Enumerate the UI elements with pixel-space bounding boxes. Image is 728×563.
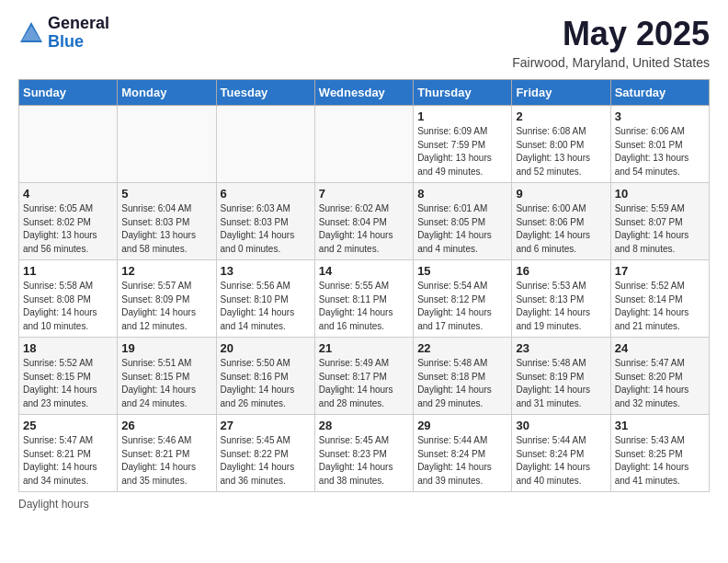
table-row: 6Sunrise: 6:03 AM Sunset: 8:03 PM Daylig… [216, 183, 314, 260]
table-row: 7Sunrise: 6:02 AM Sunset: 8:04 PM Daylig… [314, 183, 413, 260]
table-row [216, 106, 314, 183]
day-number: 16 [516, 264, 606, 278]
day-info: Sunrise: 5:55 AM Sunset: 8:11 PM Dayligh… [319, 280, 409, 333]
day-number: 14 [319, 264, 409, 278]
day-info: Sunrise: 6:05 AM Sunset: 8:02 PM Dayligh… [23, 202, 113, 256]
table-row: 29Sunrise: 5:44 AM Sunset: 8:24 PM Dayli… [414, 415, 512, 492]
day-number: 7 [319, 187, 409, 201]
table-row: 8Sunrise: 6:01 AM Sunset: 8:05 PM Daylig… [414, 183, 512, 260]
table-row: 1Sunrise: 6:09 AM Sunset: 7:59 PM Daylig… [414, 106, 512, 183]
table-row: 27Sunrise: 5:45 AM Sunset: 8:22 PM Dayli… [216, 415, 314, 492]
day-number: 17 [615, 264, 705, 278]
day-info: Sunrise: 6:00 AM Sunset: 8:06 PM Dayligh… [516, 202, 606, 256]
day-info: Sunrise: 6:04 AM Sunset: 8:03 PM Dayligh… [121, 202, 211, 256]
day-info: Sunrise: 5:51 AM Sunset: 8:15 PM Dayligh… [121, 357, 211, 410]
col-tuesday: Tuesday [216, 80, 314, 106]
day-info: Sunrise: 5:45 AM Sunset: 8:23 PM Dayligh… [319, 434, 409, 488]
table-row: 12Sunrise: 5:57 AM Sunset: 8:09 PM Dayli… [118, 260, 216, 338]
table-row: 26Sunrise: 5:46 AM Sunset: 8:21 PM Dayli… [118, 415, 216, 492]
day-number: 12 [121, 264, 211, 278]
table-row: 13Sunrise: 5:56 AM Sunset: 8:10 PM Dayli… [216, 260, 314, 338]
title-block: May 2025 Fairwood, Maryland, United Stat… [512, 15, 710, 70]
table-row: 19Sunrise: 5:51 AM Sunset: 8:15 PM Dayli… [118, 338, 216, 415]
day-number: 9 [516, 187, 606, 201]
day-number: 18 [23, 341, 113, 355]
day-info: Sunrise: 5:46 AM Sunset: 8:21 PM Dayligh… [121, 434, 211, 488]
day-info: Sunrise: 5:58 AM Sunset: 8:08 PM Dayligh… [23, 280, 113, 333]
day-number: 31 [615, 419, 705, 432]
day-number: 10 [615, 187, 705, 201]
day-info: Sunrise: 6:06 AM Sunset: 8:01 PM Dayligh… [615, 125, 705, 178]
calendar-header-row: Sunday Monday Tuesday Wednesday Thursday… [19, 80, 710, 106]
table-row: 15Sunrise: 5:54 AM Sunset: 8:12 PM Dayli… [414, 260, 512, 338]
day-info: Sunrise: 5:57 AM Sunset: 8:09 PM Dayligh… [121, 280, 211, 333]
day-number: 3 [615, 109, 705, 123]
day-info: Sunrise: 6:08 AM Sunset: 8:00 PM Dayligh… [516, 125, 606, 178]
day-info: Sunrise: 6:09 AM Sunset: 7:59 PM Dayligh… [417, 125, 507, 178]
table-row: 24Sunrise: 5:47 AM Sunset: 8:20 PM Dayli… [610, 338, 709, 415]
day-number: 4 [23, 187, 113, 201]
day-info: Sunrise: 5:50 AM Sunset: 8:16 PM Dayligh… [221, 357, 311, 410]
logo-blue: Blue [48, 33, 109, 52]
table-row [118, 106, 216, 183]
day-number: 23 [516, 341, 606, 355]
day-info: Sunrise: 5:54 AM Sunset: 8:12 PM Dayligh… [417, 280, 507, 333]
day-number: 29 [417, 419, 507, 432]
col-friday: Friday [512, 80, 610, 106]
day-number: 5 [121, 187, 211, 201]
table-row: 22Sunrise: 5:48 AM Sunset: 8:18 PM Dayli… [414, 338, 512, 415]
day-info: Sunrise: 5:53 AM Sunset: 8:13 PM Dayligh… [516, 280, 606, 333]
day-number: 6 [221, 187, 311, 201]
table-row: 5Sunrise: 6:04 AM Sunset: 8:03 PM Daylig… [118, 183, 216, 260]
table-row: 4Sunrise: 6:05 AM Sunset: 8:02 PM Daylig… [19, 183, 118, 260]
table-row: 10Sunrise: 5:59 AM Sunset: 8:07 PM Dayli… [610, 183, 709, 260]
page-header: General Blue May 2025 Fairwood, Maryland… [18, 15, 710, 70]
day-number: 25 [23, 419, 113, 432]
logo: General Blue [18, 15, 109, 52]
logo-icon [18, 20, 44, 46]
table-row: 11Sunrise: 5:58 AM Sunset: 8:08 PM Dayli… [19, 260, 118, 338]
day-info: Sunrise: 5:48 AM Sunset: 8:18 PM Dayligh… [417, 357, 507, 410]
calendar: Sunday Monday Tuesday Wednesday Thursday… [18, 79, 710, 492]
day-number: 26 [121, 419, 211, 432]
col-sunday: Sunday [19, 80, 118, 106]
logo-text: General Blue [48, 15, 109, 52]
day-number: 22 [417, 341, 507, 355]
table-row: 28Sunrise: 5:45 AM Sunset: 8:23 PM Dayli… [314, 415, 413, 492]
day-info: Sunrise: 5:44 AM Sunset: 8:24 PM Dayligh… [417, 434, 507, 488]
day-info: Sunrise: 5:45 AM Sunset: 8:22 PM Dayligh… [221, 434, 311, 488]
table-row: 30Sunrise: 5:44 AM Sunset: 8:24 PM Dayli… [512, 415, 610, 492]
day-info: Sunrise: 6:01 AM Sunset: 8:05 PM Dayligh… [417, 202, 507, 256]
table-row: 25Sunrise: 5:47 AM Sunset: 8:21 PM Dayli… [19, 415, 118, 492]
day-info: Sunrise: 5:52 AM Sunset: 8:15 PM Dayligh… [23, 357, 113, 410]
table-row: 17Sunrise: 5:52 AM Sunset: 8:14 PM Dayli… [610, 260, 709, 338]
day-number: 8 [417, 187, 507, 201]
table-row: 18Sunrise: 5:52 AM Sunset: 8:15 PM Dayli… [19, 338, 118, 415]
day-number: 19 [121, 341, 211, 355]
table-row: 2Sunrise: 6:08 AM Sunset: 8:00 PM Daylig… [512, 106, 610, 183]
logo-general: General [48, 15, 109, 33]
day-number: 30 [516, 419, 606, 432]
day-number: 1 [417, 109, 507, 123]
day-info: Sunrise: 5:47 AM Sunset: 8:20 PM Dayligh… [615, 357, 705, 410]
table-row [19, 106, 118, 183]
day-info: Sunrise: 5:52 AM Sunset: 8:14 PM Dayligh… [615, 280, 705, 333]
table-row [314, 106, 413, 183]
table-row: 3Sunrise: 6:06 AM Sunset: 8:01 PM Daylig… [610, 106, 709, 183]
day-number: 21 [319, 341, 409, 355]
table-row: 9Sunrise: 6:00 AM Sunset: 8:06 PM Daylig… [512, 183, 610, 260]
col-monday: Monday [118, 80, 216, 106]
day-info: Sunrise: 5:49 AM Sunset: 8:17 PM Dayligh… [319, 357, 409, 410]
day-number: 11 [23, 264, 113, 278]
day-info: Sunrise: 6:02 AM Sunset: 8:04 PM Dayligh… [319, 202, 409, 256]
day-info: Sunrise: 5:47 AM Sunset: 8:21 PM Dayligh… [23, 434, 113, 488]
col-thursday: Thursday [414, 80, 512, 106]
day-info: Sunrise: 6:03 AM Sunset: 8:03 PM Dayligh… [221, 202, 311, 256]
day-number: 15 [417, 264, 507, 278]
table-row: 20Sunrise: 5:50 AM Sunset: 8:16 PM Dayli… [216, 338, 314, 415]
day-info: Sunrise: 5:59 AM Sunset: 8:07 PM Dayligh… [615, 202, 705, 256]
day-info: Sunrise: 5:48 AM Sunset: 8:19 PM Dayligh… [516, 357, 606, 410]
table-row: 16Sunrise: 5:53 AM Sunset: 8:13 PM Dayli… [512, 260, 610, 338]
day-info: Sunrise: 5:43 AM Sunset: 8:25 PM Dayligh… [615, 434, 705, 488]
table-row: 14Sunrise: 5:55 AM Sunset: 8:11 PM Dayli… [314, 260, 413, 338]
